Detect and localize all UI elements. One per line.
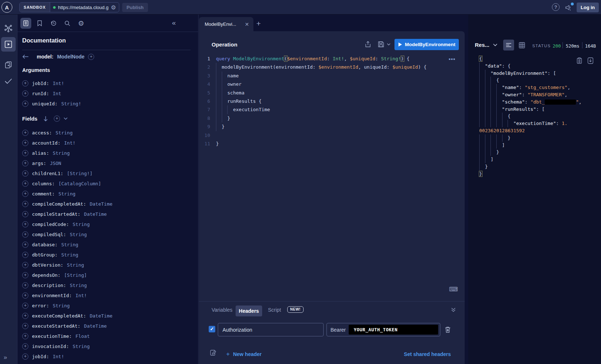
set-shared-headers-link[interactable]: Set shared headers <box>404 351 451 357</box>
field-type[interactable]: String <box>56 130 73 136</box>
add-field-to-query-button[interactable]: + <box>22 323 28 329</box>
field-type[interactable]: String <box>67 262 84 268</box>
explorer-tab-icon[interactable] <box>1 37 16 52</box>
doc-field-row[interactable]: +error: String <box>22 300 193 311</box>
bookmarks-icon[interactable] <box>34 18 45 29</box>
doc-field-row[interactable]: +runId: Int <box>22 88 189 98</box>
add-field-to-query-button[interactable]: + <box>22 211 28 217</box>
add-field-to-query-button[interactable]: + <box>22 170 28 177</box>
doc-field-row[interactable]: +executeStartedAt: DateTime <box>22 321 193 331</box>
add-field-to-query-button[interactable]: + <box>22 101 28 107</box>
save-options-chevron-icon[interactable] <box>387 43 390 46</box>
field-type[interactable]: String <box>61 252 78 258</box>
field-type[interactable]: DateTime <box>84 323 107 329</box>
response-json-viewer[interactable]: {"data": {"modelByEnvironment": [{"name"… <box>479 55 599 178</box>
doc-field-row[interactable]: +access: String <box>22 128 193 138</box>
run-operation-button[interactable]: ModelByEnvironment <box>394 39 459 50</box>
add-field-to-query-button[interactable]: + <box>22 333 28 339</box>
operation-tab[interactable]: ModelByEnvi... ✕ <box>199 17 253 31</box>
header-value-input[interactable]: Bearer YOUR_AUTH_TOKEN <box>326 323 440 336</box>
doc-field-row[interactable]: +database: String <box>22 239 193 250</box>
back-arrow-icon[interactable] <box>22 54 29 59</box>
field-type[interactable]: DateTime <box>90 313 113 319</box>
add-field-to-query-button[interactable]: + <box>22 181 28 187</box>
auth-token-value[interactable]: YOUR_AUTH_TOKEN <box>349 325 438 335</box>
tab-script[interactable]: Script <box>268 307 281 313</box>
add-field-to-query-button[interactable]: + <box>22 231 28 238</box>
field-type[interactable]: Int! <box>76 293 87 298</box>
add-field-to-query-button[interactable]: + <box>22 140 28 146</box>
close-tab-icon[interactable]: ✕ <box>245 21 249 27</box>
doc-field-row[interactable]: +childrenL1: [String!] <box>22 168 193 178</box>
tab-headers[interactable]: Headers <box>236 306 262 316</box>
add-field-to-query-button[interactable]: + <box>22 313 28 319</box>
login-button[interactable]: Log in <box>577 3 599 12</box>
add-field-to-query-button[interactable]: + <box>22 272 28 278</box>
doc-field-row[interactable]: +executeCompletedAt: DateTime <box>22 311 193 321</box>
add-field-to-query-button[interactable]: + <box>22 130 28 136</box>
schema-graph-icon[interactable] <box>1 21 16 36</box>
endpoint-url-input[interactable]: https://metadata.cloud.get <box>58 5 108 10</box>
add-field-to-query-button[interactable]: + <box>22 262 28 268</box>
keyboard-shortcuts-icon[interactable]: ⌨ <box>449 286 458 293</box>
field-type[interactable]: String <box>59 191 76 197</box>
field-type[interactable]: String <box>70 283 87 288</box>
share-operation-icon[interactable] <box>364 41 372 48</box>
add-field-to-query-button[interactable]: + <box>22 150 28 156</box>
add-field-to-query-button[interactable]: + <box>22 292 28 299</box>
operation-code-editor[interactable]: 1query ModelByEnvironment($environmentId… <box>204 54 458 148</box>
doc-field-row[interactable]: +dependsOn: [String] <box>22 270 193 280</box>
field-type[interactable]: String! <box>61 101 81 106</box>
add-field-to-query-button[interactable]: + <box>22 343 28 349</box>
doc-field-row[interactable]: +executionTime: Float <box>22 331 193 341</box>
environment-variables-icon[interactable] <box>210 349 217 356</box>
doc-field-row[interactable]: +compiledSql: String <box>22 229 193 239</box>
response-view-raw-toggle[interactable] <box>503 40 514 50</box>
field-type[interactable]: String <box>73 222 90 227</box>
field-type[interactable]: Int <box>53 91 61 96</box>
doc-field-row[interactable]: +jobId: Int! <box>22 351 193 361</box>
doc-field-row[interactable]: +uniqueId: String! <box>22 98 189 109</box>
collapse-footer-icon[interactable] <box>451 307 456 312</box>
field-type[interactable]: Int! <box>53 81 64 86</box>
field-type[interactable]: DateTime <box>90 201 113 207</box>
field-type[interactable]: [CatalogColumn] <box>59 181 101 186</box>
search-icon[interactable] <box>62 18 73 29</box>
sort-fields-icon[interactable] <box>43 116 48 121</box>
header-enabled-checkbox[interactable]: ✓ <box>209 326 215 332</box>
field-type[interactable]: [String!] <box>67 171 92 176</box>
add-field-to-query-button[interactable]: + <box>22 282 28 288</box>
field-type[interactable]: Int! <box>53 354 64 359</box>
add-field-to-query-button[interactable]: + <box>22 191 28 197</box>
add-field-to-query-button[interactable]: + <box>22 353 28 360</box>
expand-sidebar-icon[interactable]: » <box>4 354 7 361</box>
apollo-logo[interactable]: A <box>1 2 12 13</box>
add-field-to-query-button[interactable]: + <box>22 201 28 207</box>
field-type[interactable]: String <box>53 150 70 156</box>
response-dropdown-chevron-icon[interactable] <box>493 44 497 46</box>
endpoint-settings-gear-icon[interactable]: ⚙ <box>111 4 116 11</box>
new-header-button[interactable]: + New header <box>226 351 262 358</box>
field-type[interactable]: JSON <box>50 161 61 166</box>
doc-field-row[interactable]: +compileStartedAt: DateTime <box>22 209 193 219</box>
header-key-input[interactable]: Authorization <box>218 323 324 336</box>
delete-header-icon[interactable] <box>445 326 451 333</box>
add-field-to-query-button[interactable]: + <box>22 160 28 166</box>
checklist-pages-icon[interactable] <box>1 57 16 72</box>
field-type[interactable]: String <box>70 232 87 237</box>
doc-field-row[interactable]: +jobId: Int! <box>22 78 189 88</box>
doc-field-row[interactable]: +compileCompletedAt: DateTime <box>22 199 193 209</box>
doc-field-row[interactable]: +alias: String <box>22 148 193 158</box>
add-field-button[interactable]: + <box>88 54 94 60</box>
fields-options-chevron-icon[interactable] <box>64 117 68 120</box>
settings-gear-icon[interactable]: ⚙ <box>76 18 87 29</box>
add-field-to-query-button[interactable]: + <box>22 242 28 248</box>
response-view-table-toggle[interactable] <box>517 41 526 49</box>
add-field-to-query-button[interactable]: + <box>22 252 28 258</box>
add-field-to-query-button[interactable]: + <box>22 303 28 309</box>
add-field-to-query-button[interactable]: + <box>22 90 28 97</box>
field-type[interactable]: DateTime <box>84 211 107 217</box>
add-field-to-query-button[interactable]: + <box>22 80 28 86</box>
doc-field-row[interactable]: +description: String <box>22 280 193 290</box>
doc-field-row[interactable]: +compiledCode: String <box>22 219 193 229</box>
